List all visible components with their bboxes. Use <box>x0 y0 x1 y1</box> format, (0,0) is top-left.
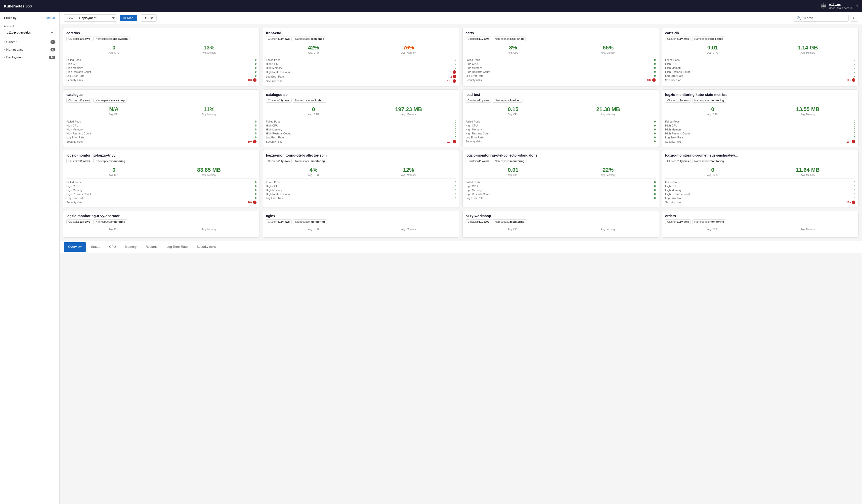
memory-label: Avg. Memory <box>361 113 456 116</box>
view-select[interactable]: Deployment <box>77 15 117 22</box>
card-row: High Restarts Count 0 <box>665 131 855 135</box>
refresh-button[interactable]: ↻ <box>851 15 858 22</box>
deployment-card[interactable]: o11y-workshop Cluster: o11y-aws Namespac… <box>462 211 659 238</box>
row-label: High CPU <box>466 185 478 188</box>
search-input[interactable] <box>803 16 846 20</box>
row-value: 0 <box>255 181 257 184</box>
row-label: Failed Pods <box>665 120 680 123</box>
card-metrics: 42% Avg. CPU 76% Avg. Memory <box>266 44 456 54</box>
deployment-card[interactable]: coredns Cluster: o11y-aws Namespace: kub… <box>63 28 260 87</box>
row-label: High CPU <box>66 124 79 127</box>
row-label: High CPU <box>266 124 278 127</box>
card-row: Failed Pods 0 <box>665 58 855 62</box>
sidebar-item-cluster[interactable]: › Cluster 1 <box>0 38 60 46</box>
deployment-card[interactable]: catalogue Cluster: o11y-aws Namespace: s… <box>63 90 260 147</box>
card-tags: Cluster: o11y-aws Namespace: monitoring <box>665 159 855 164</box>
deployment-card[interactable]: nginx Cluster: o11y-aws Namespace: monit… <box>263 211 459 238</box>
deployment-card[interactable]: logzio-monitoring-otel-collector-spm Clu… <box>263 150 459 208</box>
deployment-card[interactable]: front-end Cluster: o11y-aws Namespace: s… <box>263 28 459 87</box>
card-row: High Restarts Count 0 <box>66 131 257 135</box>
chevron-down-icon[interactable]: ▾ <box>856 4 858 8</box>
row-value: 0 <box>854 74 855 77</box>
row-label: High Restarts Count <box>66 132 91 135</box>
row-value: 0 <box>654 124 656 127</box>
cpu-label: Avg. CPU <box>66 51 161 54</box>
row-label: Security risks <box>665 140 681 143</box>
row-value: 0 <box>455 124 456 127</box>
card-row: High CPU 0 <box>66 184 257 188</box>
filter-count-badge: 1 <box>51 40 55 44</box>
memory-metric: 11.64 MB Avg. Memory <box>760 167 856 176</box>
deployment-card[interactable]: logzio-monitoring-otel-collector-standal… <box>462 150 659 208</box>
cpu-value: 0 <box>665 106 760 112</box>
card-row: High Memory 0 <box>466 188 656 192</box>
memory-value: 13.55 MB <box>760 106 856 112</box>
card-row: High Memory 0 <box>466 66 656 70</box>
deployment-card[interactable]: logzio-monitoring-trivy-operator Cluster… <box>63 211 260 238</box>
memory-label: Avg. Memory <box>361 174 456 176</box>
list-button[interactable]: ≡ List <box>141 14 157 22</box>
main-content: View: Deployment ⊞ Map ≡ List 🔍 <box>60 12 862 504</box>
card-tags: Cluster: o11y-aws Namespace: monitoring <box>266 220 456 225</box>
clear-all-button[interactable]: Clear all <box>44 16 55 19</box>
card-title: coredns <box>66 31 257 35</box>
deployment-card[interactable]: catalogue-db Cluster: o11y-aws Namespace… <box>263 90 459 147</box>
row-value: 0 <box>255 189 257 191</box>
card-row: Failed Pods 0 <box>266 58 456 62</box>
alert-dot <box>852 201 855 204</box>
sidebar-item-deployment[interactable]: › Deployment 24 <box>0 53 60 61</box>
deployment-card[interactable]: carts-db Cluster: o11y-aws Namespace: so… <box>662 28 859 87</box>
card-row: High Memory 0 <box>266 128 456 131</box>
tab-memory[interactable]: Memory <box>120 242 141 252</box>
cluster-tag: Cluster: o11y-aws <box>665 220 691 224</box>
tab-cpu[interactable]: CPU <box>105 242 120 252</box>
card-rows: Failed Pods 0 High CPU 0 High Memory 0 H… <box>665 56 855 82</box>
card-row: High Restarts Count 1 <box>266 70 456 74</box>
app-title: Kubernetes 360 <box>4 4 32 8</box>
deployment-card[interactable]: logzio-monitoring-prometheus-pushgatew..… <box>662 150 859 208</box>
tab-overview[interactable]: Overview <box>64 242 86 252</box>
row-value: 0 <box>854 70 855 73</box>
deployment-card[interactable]: logzio-monitoring-kube-state-metrics Clu… <box>662 90 859 147</box>
row-label: High Memory <box>66 66 82 69</box>
deployment-card[interactable]: logzio-monitoring-logzio-trivy Cluster: … <box>63 150 260 208</box>
card-row: High Memory 0 <box>66 128 257 131</box>
card-metrics: 0.15 Avg. CPU 21.38 MB Avg. Memory <box>466 106 656 116</box>
row-label: Failed Pods <box>66 181 81 184</box>
card-metrics: 0.01 Avg. CPU 22% Avg. Memory <box>466 167 656 176</box>
row-label: High CPU <box>266 62 278 65</box>
alert-dot <box>253 140 257 143</box>
cpu-label: Avg. CPU <box>665 113 760 116</box>
memory-label: Avg. Memory <box>561 51 656 54</box>
deployment-card[interactable]: load-test Cluster: o11y-aws Namespace: l… <box>462 90 659 147</box>
row-value: 0 <box>654 197 656 200</box>
map-button[interactable]: ⊞ Map <box>120 15 137 22</box>
tab-log-error-rate[interactable]: Log Error Rate <box>162 242 192 252</box>
row-value: 0 <box>455 136 456 139</box>
namespace-tag: Namespace: monitoring <box>293 220 327 224</box>
row-label: Failed Pods <box>66 58 81 62</box>
card-row: Failed Pods 0 <box>66 58 257 62</box>
memory-metric: 12% Avg. Memory <box>361 167 456 176</box>
card-rows: Failed Pods 0 High CPU 0 High Memory 0 H… <box>66 118 257 144</box>
deployment-card[interactable]: carts Cluster: o11y-aws Namespace: sock-… <box>462 28 659 87</box>
deployment-card[interactable]: orders Cluster: o11y-aws Namespace: moni… <box>662 211 859 238</box>
row-value: 0 <box>854 58 855 62</box>
tab-restarts[interactable]: Restarts <box>141 242 162 252</box>
row-value: 0 <box>854 197 855 200</box>
card-row: High CPU 0 <box>466 184 656 188</box>
card-row: Failed Pods 0 <box>66 120 257 123</box>
card-rows: Failed Pods 0 High CPU 0 High Memory 0 H… <box>266 118 456 144</box>
cpu-metric: Avg. CPU <box>266 227 361 230</box>
row-value: 0 <box>654 128 656 131</box>
tab-security-risks[interactable]: Security risks <box>192 242 220 252</box>
tab-status[interactable]: Status <box>87 242 105 252</box>
cluster-tag: Cluster: o11y-aws <box>66 37 92 41</box>
sidebar-item-namespace[interactable]: › Namespace 6 <box>0 46 60 53</box>
card-row: Log Error Rate 0 <box>66 196 257 200</box>
account-select[interactable]: o11y-prod-metrics <box>4 29 55 36</box>
card-rows: Failed Pods 0 High CPU 0 High Memory 0 H… <box>466 178 656 200</box>
memory-value: 12% <box>361 167 456 173</box>
row-label: High Memory <box>266 128 282 131</box>
card-row: Failed Pods 0 <box>266 180 456 184</box>
